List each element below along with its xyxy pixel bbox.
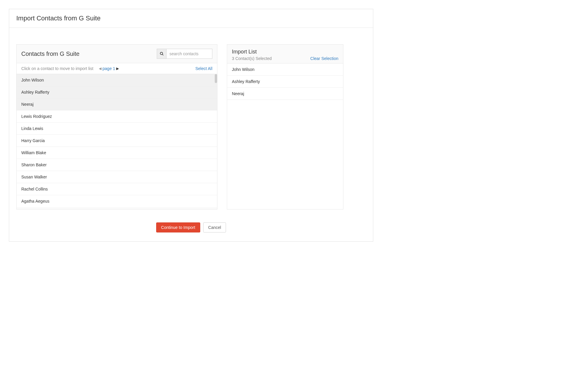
- import-panel-sub: 3 Contact(s) Selected Clear Selection: [232, 56, 338, 61]
- contacts-panel-title: Contacts from G Suite: [21, 51, 80, 57]
- contact-row[interactable]: Rachel Collins: [17, 183, 217, 195]
- import-contacts-modal: Import Contacts from G Suite Contacts fr…: [9, 9, 373, 242]
- search-input[interactable]: [166, 49, 212, 59]
- import-row[interactable]: Neeraj: [227, 88, 343, 100]
- contact-row[interactable]: Lewis Rodriguez: [17, 110, 217, 123]
- contact-row[interactable]: Agatha Aegeus: [17, 195, 217, 207]
- svg-point-0: [160, 52, 162, 55]
- contacts-instruction: Click on a contact to move to import lis…: [21, 66, 93, 71]
- pager: ◀ page 1 ▶: [99, 66, 119, 71]
- clear-selection-link[interactable]: Clear Selection: [310, 56, 338, 61]
- contact-row[interactable]: Linda Lewis: [17, 123, 217, 135]
- import-row[interactable]: Ashley Rafferty: [227, 76, 343, 88]
- import-list: John WilsonAshley RaffertyNeeraj: [227, 63, 343, 100]
- import-row[interactable]: John Wilson: [227, 64, 343, 76]
- modal-footer: Continue to Import Cancel: [9, 217, 373, 241]
- scrollbar-thumb[interactable]: [215, 74, 217, 83]
- contact-row[interactable]: Neeraj: [17, 98, 217, 110]
- contacts-panel: Contacts from G Suite Click on a contact…: [16, 44, 217, 209]
- import-spacer: [227, 100, 343, 209]
- page-prev-icon[interactable]: ◀: [99, 66, 101, 71]
- page-next-icon[interactable]: ▶: [116, 66, 119, 71]
- search-icon[interactable]: [157, 49, 166, 59]
- select-all-link[interactable]: Select All: [195, 66, 212, 71]
- contacts-panel-header: Contacts from G Suite: [17, 45, 217, 63]
- modal-body: Contacts from G Suite Click on a contact…: [9, 28, 373, 217]
- search-wrap: [157, 49, 212, 59]
- contact-row[interactable]: Susan Walker: [17, 171, 217, 183]
- svg-line-1: [162, 54, 163, 56]
- modal-title: Import Contacts from G Suite: [16, 14, 366, 22]
- contact-row[interactable]: Sharon Baker: [17, 159, 217, 171]
- contact-row[interactable]: Harry Garcia: [17, 135, 217, 147]
- contact-row[interactable]: John Wilson: [17, 74, 217, 86]
- import-panel: Import List 3 Contact(s) Selected Clear …: [227, 44, 343, 209]
- page-label[interactable]: page 1: [103, 66, 115, 71]
- contacts-subheader: Click on a contact to move to import lis…: [17, 63, 217, 74]
- cancel-button[interactable]: Cancel: [203, 222, 226, 232]
- import-panel-title: Import List: [232, 49, 338, 55]
- contact-row[interactable]: Ashley Rafferty: [17, 86, 217, 98]
- import-panel-header: Import List 3 Contact(s) Selected Clear …: [227, 45, 343, 63]
- continue-button[interactable]: Continue to Import: [156, 222, 200, 232]
- modal-header: Import Contacts from G Suite: [9, 9, 373, 28]
- contacts-list[interactable]: John WilsonAshley RaffertyNeerajLewis Ro…: [17, 74, 217, 207]
- contact-row[interactable]: William Blake: [17, 147, 217, 159]
- import-count-label: 3 Contact(s) Selected: [232, 56, 272, 61]
